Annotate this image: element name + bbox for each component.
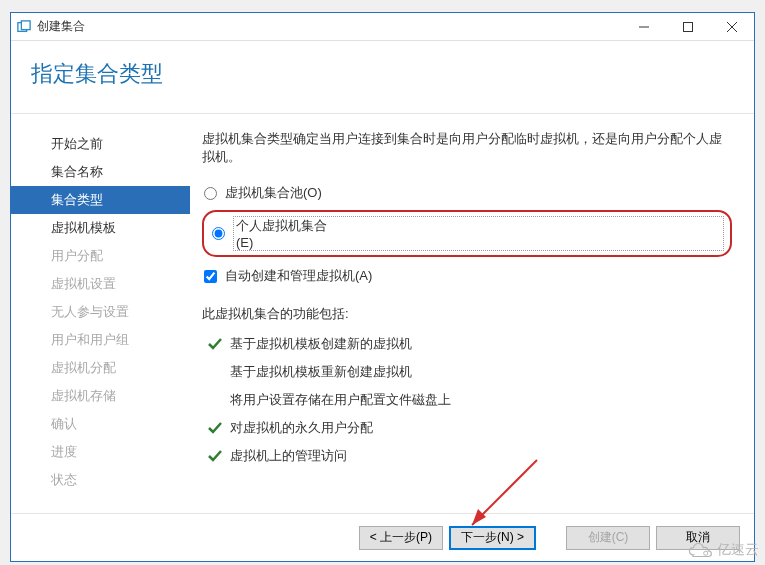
wizard-footer: < 上一步(P) 下一步(N) > 创建(C) 取消	[11, 513, 754, 561]
feature-text: 虚拟机上的管理访问	[230, 447, 347, 465]
radio-pool[interactable]: 虚拟机集合池(O)	[202, 184, 732, 202]
sidebar-item-vm-assign: 虚拟机分配	[11, 354, 190, 382]
wizard-body: 开始之前 集合名称 集合类型 虚拟机模板 用户分配 虚拟机设置 无人参与设置 用…	[11, 114, 754, 513]
feature-item: 虚拟机上的管理访问	[202, 447, 732, 465]
sidebar-item-confirm: 确认	[11, 410, 190, 438]
prev-button[interactable]: < 上一步(P)	[359, 526, 443, 550]
sidebar-item-unattended: 无人参与设置	[11, 298, 190, 326]
sidebar-item-vm-settings: 虚拟机设置	[11, 270, 190, 298]
button-label: < 上一步(P)	[370, 530, 432, 544]
window-controls	[622, 13, 754, 41]
maximize-icon	[683, 22, 693, 32]
sidebar-item-users-groups: 用户和用户组	[11, 326, 190, 354]
minimize-button[interactable]	[622, 13, 666, 41]
feature-text: 基于虚拟机模板重新创建虚拟机	[230, 363, 412, 381]
svg-point-8	[704, 551, 708, 555]
sidebar-item-label: 虚拟机存储	[51, 388, 116, 403]
sidebar-item-progress: 进度	[11, 438, 190, 466]
check-icon	[208, 449, 222, 463]
cloud-icon	[687, 541, 713, 559]
radio-pool-input[interactable]	[204, 187, 217, 200]
check-icon	[208, 337, 222, 351]
sidebar: 开始之前 集合名称 集合类型 虚拟机模板 用户分配 虚拟机设置 无人参与设置 用…	[11, 114, 190, 513]
wizard-dialog: 创建集合 指定集合类型 开始之前 集合名称 集合类型 虚拟机模板 用户分配 虚拟…	[10, 12, 755, 562]
close-button[interactable]	[710, 13, 754, 41]
sidebar-item-label: 状态	[51, 472, 77, 487]
titlebar: 创建集合	[11, 13, 754, 41]
sidebar-item-label: 虚拟机分配	[51, 360, 116, 375]
sidebar-item-collection-name[interactable]: 集合名称	[11, 158, 190, 186]
sidebar-item-label: 用户分配	[51, 248, 103, 263]
feature-text: 基于虚拟机模板创建新的虚拟机	[230, 335, 412, 353]
button-label: 下一步(N) >	[461, 530, 524, 544]
radio-personal-label: 个人虚拟机集合(E)	[233, 216, 724, 251]
sidebar-item-vm-template[interactable]: 虚拟机模板	[11, 214, 190, 242]
radio-personal-input[interactable]	[212, 227, 225, 240]
button-label: 创建(C)	[588, 530, 629, 544]
sidebar-item-user-assign: 用户分配	[11, 242, 190, 270]
watermark-text: 亿速云	[717, 541, 759, 559]
feature-item: 对虚拟机的永久用户分配	[202, 419, 732, 437]
feature-text: 将用户设置存储在用户配置文件磁盘上	[230, 391, 451, 409]
checkbox-auto-label: 自动创建和管理虚拟机(A)	[225, 267, 372, 285]
sidebar-item-label: 无人参与设置	[51, 304, 129, 319]
check-icon	[208, 421, 222, 435]
feature-text: 对虚拟机的永久用户分配	[230, 419, 373, 437]
sidebar-item-collection-type[interactable]: 集合类型	[11, 186, 190, 214]
sidebar-item-label: 开始之前	[51, 136, 103, 151]
sidebar-item-vm-storage: 虚拟机存储	[11, 382, 190, 410]
feature-item: 将用户设置存储在用户配置文件磁盘上	[202, 391, 732, 409]
sidebar-item-label: 虚拟机设置	[51, 276, 116, 291]
checkbox-auto-manage[interactable]: 自动创建和管理虚拟机(A)	[204, 267, 732, 285]
create-button[interactable]: 创建(C)	[566, 526, 650, 550]
annotation-highlight: 个人虚拟机集合(E)	[202, 210, 732, 257]
sidebar-item-label: 用户和用户组	[51, 332, 129, 347]
wizard-header: 指定集合类型	[11, 41, 754, 114]
close-icon	[727, 22, 737, 32]
sidebar-item-status: 状态	[11, 466, 190, 494]
minimize-icon	[639, 22, 649, 32]
features-title: 此虚拟机集合的功能包括:	[202, 305, 732, 323]
maximize-button[interactable]	[666, 13, 710, 41]
sidebar-item-before-start[interactable]: 开始之前	[11, 130, 190, 158]
app-icon	[17, 20, 31, 34]
window-title: 创建集合	[37, 18, 622, 35]
feature-item: 基于虚拟机模板创建新的虚拟机	[202, 335, 732, 353]
content-pane: 虚拟机集合类型确定当用户连接到集合时是向用户分配临时虚拟机，还是向用户分配个人虚…	[190, 114, 754, 513]
description-text: 虚拟机集合类型确定当用户连接到集合时是向用户分配临时虚拟机，还是向用户分配个人虚…	[202, 130, 732, 166]
sidebar-item-label: 进度	[51, 444, 77, 459]
sidebar-item-label: 集合名称	[51, 164, 103, 179]
radio-pool-label: 虚拟机集合池(O)	[225, 184, 322, 202]
feature-item: 基于虚拟机模板重新创建虚拟机	[202, 363, 732, 381]
sidebar-item-label: 集合类型	[51, 192, 103, 207]
page-title: 指定集合类型	[31, 59, 734, 89]
checkbox-auto-input[interactable]	[204, 270, 217, 283]
sidebar-item-label: 确认	[51, 416, 77, 431]
svg-rect-3	[684, 22, 693, 31]
sidebar-item-label: 虚拟机模板	[51, 220, 116, 235]
svg-rect-1	[21, 20, 30, 29]
radio-personal[interactable]: 个人虚拟机集合(E)	[210, 216, 724, 251]
watermark: 亿速云	[687, 541, 759, 559]
next-button[interactable]: 下一步(N) >	[449, 526, 536, 550]
